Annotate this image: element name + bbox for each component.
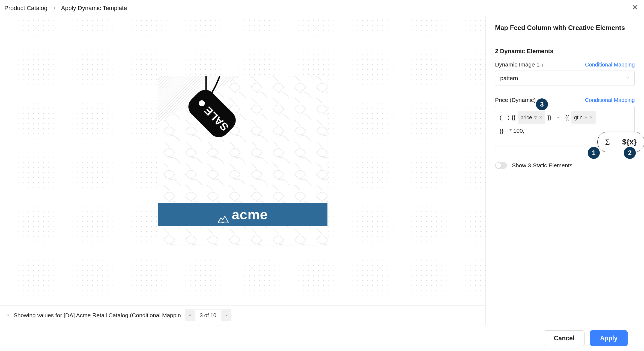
gear-icon[interactable]: ✲ (534, 114, 537, 122)
expr-text: ( (500, 112, 502, 123)
divider (486, 41, 644, 41)
conditional-mapping-link[interactable]: Conditional Mapping (585, 62, 635, 68)
token-price[interactable]: price ✲ ✕ (518, 111, 545, 124)
token-label: price (520, 112, 532, 123)
mountain-icon (218, 211, 229, 219)
brand-bar: acme (158, 203, 327, 226)
chevron-down-icon (626, 76, 630, 81)
variable-button[interactable]: ${x} (622, 138, 637, 146)
field-row-image: Dynamic Image 1 i Conditional Mapping (495, 61, 635, 68)
pager-prev-button[interactable] (185, 309, 195, 321)
annotation-bubble-3: 3 (536, 98, 548, 110)
breadcrumb-item-2: Apply Dynamic Template (61, 5, 127, 12)
expr-text: ( (508, 112, 509, 123)
panel-title: Map Feed Column with Creative Elements (495, 24, 635, 32)
label-text: Price (Dynamic) (495, 97, 536, 103)
divider (616, 137, 616, 147)
static-elements-label: Show 3 Static Elements (512, 162, 573, 169)
expr-text: - (557, 112, 559, 123)
field-row-price: Price (Dynamic) Conditional Mapping (495, 97, 635, 103)
sale-tag-icon: SALE (175, 76, 257, 158)
info-icon[interactable]: i (542, 62, 543, 68)
expr-text: {{ (512, 112, 515, 123)
pager: 3 of 10 (185, 309, 231, 321)
canvas-viewport[interactable]: SALE acme (0, 16, 485, 305)
status-text: Showing values for [DA] Acme Retail Cata… (14, 312, 181, 319)
static-elements-toggle-row: Show 3 Static Elements (495, 162, 635, 169)
gear-icon[interactable]: ✲ (584, 114, 588, 122)
label-text: Dynamic Image 1 (495, 61, 539, 68)
sigma-button[interactable]: Σ (605, 137, 610, 147)
token-label: gtin (574, 112, 583, 123)
expr-text: }} (500, 125, 503, 136)
field-label: Dynamic Image 1 i (495, 61, 543, 68)
expr-text: {{ (565, 112, 569, 123)
apply-button[interactable]: Apply (590, 330, 628, 346)
side-panel: Map Feed Column with Creative Elements 2… (486, 16, 644, 325)
pager-next-button[interactable] (221, 309, 231, 321)
header: Product Catalog Apply Dynamic Template (0, 0, 644, 16)
breadcrumb: Product Catalog Apply Dynamic Template (4, 5, 127, 12)
cancel-button[interactable]: Cancel (544, 330, 585, 346)
chevron-right-icon (52, 5, 56, 12)
footer: Cancel Apply (0, 325, 644, 351)
token-remove-icon[interactable]: ✕ (589, 114, 593, 122)
close-icon[interactable] (631, 4, 639, 12)
conditional-mapping-link[interactable]: Conditional Mapping (585, 97, 635, 103)
annotation-bubble-2: 2 (624, 147, 636, 159)
svg-marker-11 (226, 314, 227, 316)
chevron-right-icon[interactable] (6, 313, 10, 318)
token-remove-icon[interactable]: ✕ (539, 114, 542, 122)
canvas-status-bar: Showing values for [DA] Acme Retail Cata… (0, 305, 485, 325)
annotation-bubble-1: 1 (588, 147, 600, 159)
creative-preview: SALE acme (158, 76, 327, 245)
token-gtin[interactable]: gtin ✲ ✕ (571, 111, 596, 124)
breadcrumb-item-1[interactable]: Product Catalog (4, 5, 47, 12)
brand-text: acme (232, 207, 268, 223)
pager-value: 3 of 10 (195, 310, 221, 321)
svg-marker-10 (189, 314, 190, 316)
pattern-select[interactable]: pattern (495, 71, 635, 86)
expression-toolbox: Σ ${x} (597, 132, 644, 152)
expr-text: * 100; (509, 125, 524, 136)
section-title: 2 Dynamic Elements (495, 48, 635, 55)
select-value: pattern (500, 75, 518, 81)
field-label: Price (Dynamic) (495, 97, 536, 103)
static-elements-switch[interactable] (495, 162, 507, 169)
expression-block: ( ( {{ price ✲ ✕ }} - {{ gtin (495, 106, 635, 147)
canvas-area: SALE acme Showing values for [DA] Acme R… (0, 16, 486, 325)
expr-text: }} (547, 112, 551, 123)
